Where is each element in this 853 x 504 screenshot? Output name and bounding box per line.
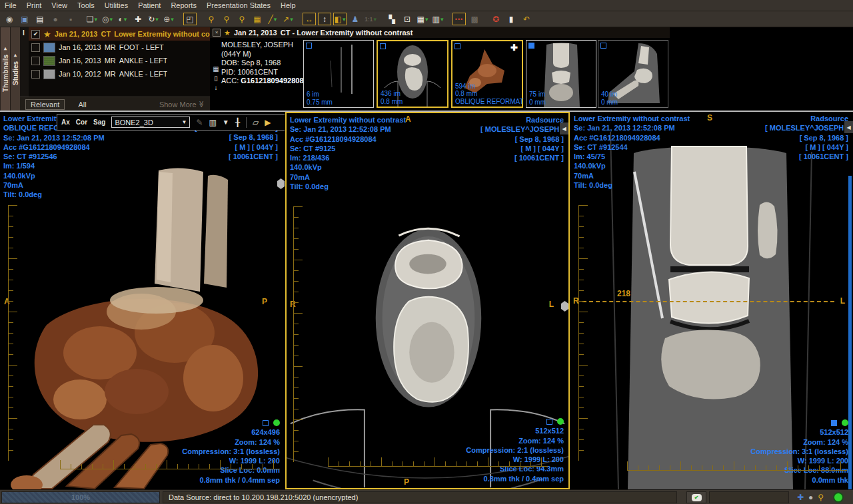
undo-icon[interactable]: ↶: [520, 13, 533, 25]
series-stack-icon[interactable]: ❏: [85, 13, 99, 25]
menu-patient[interactable]: Patient: [138, 1, 161, 9]
navigator-wheel-icon[interactable]: ✪: [489, 13, 502, 25]
relevant-button[interactable]: Relevant: [25, 99, 65, 110]
hanging-protocol-icon[interactable]: ♟: [349, 13, 362, 25]
clip-plane-icon[interactable]: ▱: [253, 118, 259, 127]
series-thumbnail-3d[interactable]: ✚ 594 im 0.8 mm OBLIQUE REFORMAT: [451, 40, 523, 108]
attachment-icon[interactable]: ▪: [64, 13, 77, 25]
key-image-icon[interactable]: ⚲: [205, 13, 218, 25]
chat-button[interactable]: ✔: [686, 491, 706, 503]
annotation-toggle-icon[interactable]: [546, 419, 552, 425]
menu-tools[interactable]: Tools: [77, 1, 95, 9]
viewport-axial[interactable]: Lower Extremity without contrast Se: Jan…: [285, 112, 570, 489]
document-icon[interactable]: ▯: [214, 75, 218, 82]
add-key-image-icon[interactable]: ⚲: [220, 13, 233, 25]
filmstrip-icon[interactable]: ▮: [504, 13, 518, 25]
study-desc: ANKLE - LEFT: [119, 70, 168, 78]
overlay-line: Se: CT #9125: [290, 144, 406, 153]
measure-line-icon[interactable]: ╱: [266, 13, 279, 25]
scroll-position-bar[interactable]: [848, 176, 852, 489]
zoom-icon[interactable]: ⊕: [162, 13, 175, 25]
study-thumb-swatch: [43, 43, 55, 53]
study-modality: MR: [105, 57, 116, 65]
study-row[interactable]: Jan 10, 2012 MR ANKLE - LEFT: [29, 67, 210, 81]
magnify-region-icon[interactable]: ◰: [183, 13, 197, 25]
plus-icon[interactable]: ✚: [510, 43, 518, 53]
study-checkbox[interactable]: [31, 43, 40, 52]
panel-expand-arrow[interactable]: ◀: [560, 123, 568, 134]
filmstrip-icon[interactable]: ▥: [209, 118, 216, 127]
search-study-icon[interactable]: ◉: [3, 13, 16, 25]
tile-images-icon[interactable]: ▦: [416, 13, 429, 25]
series-thumbnail-axial[interactable]: 436 im 0.8 mm: [377, 40, 448, 108]
menu-view[interactable]: View: [51, 1, 67, 9]
coronal-button[interactable]: Cor: [76, 119, 87, 126]
study-checkbox[interactable]: [31, 57, 40, 65]
stamp-icon[interactable]: ▦: [251, 13, 264, 25]
refresh-icon[interactable]: ↻: [147, 13, 160, 25]
overlay-line: Se: CT #912544: [574, 142, 690, 152]
axial-button[interactable]: Ax: [61, 119, 70, 126]
menu-print[interactable]: Print: [27, 1, 42, 9]
menu-file[interactable]: File: [5, 1, 17, 9]
orientation-marker-right: L: [840, 296, 845, 306]
dictation-icon[interactable]: ●: [49, 13, 62, 25]
one-to-one-icon[interactable]: 1:1: [364, 13, 377, 25]
save-icon[interactable]: ▣: [18, 13, 31, 25]
viewport-toolbar: Ax Cor Sag BONE2_3D ▼ ✎ ▥ ▼ ╂ ▱ ▶: [57, 114, 285, 130]
study-row[interactable]: Jan 16, 2013 MR FOOT - LEFT: [29, 41, 210, 54]
sagittal-button[interactable]: Sag: [93, 119, 105, 126]
study-checkbox[interactable]: [31, 70, 40, 79]
viewport-3d-oblique[interactable]: Ax Cor Sag BONE2_3D ▼ ✎ ▥ ▼ ╂ ▱ ▶ Lower …: [0, 112, 285, 489]
probe-slider-icon[interactable]: ╂: [235, 118, 240, 127]
overlay-line: [ Sep 8, 1968 ]: [195, 132, 278, 142]
chevron-right-icon[interactable]: ▶: [265, 118, 271, 127]
series-thumbnail-scout[interactable]: 6 im 0.75 mm: [303, 40, 374, 108]
menu-help[interactable]: Help: [281, 1, 296, 9]
download-arrow-icon[interactable]: ↓: [215, 85, 218, 91]
sphere-icon[interactable]: ●: [808, 493, 813, 502]
cine-icon[interactable]: •••: [452, 13, 466, 25]
new-report-icon[interactable]: ▤: [33, 13, 47, 25]
tab-thumbnails[interactable]: Thumbnails ▾: [0, 27, 10, 111]
pan-icon[interactable]: ✚: [131, 13, 145, 25]
study-row[interactable]: ✔ ★ Jan 21, 2013 CT Lower Extremity with…: [29, 27, 210, 41]
patient-info: MOLESLEY, JOSEPH (044Y M) DOB: Sep 8, 19…: [221, 41, 303, 86]
series-thumbnail-coronal[interactable]: 75 im 0 mm: [526, 40, 596, 108]
study-row[interactable]: Jan 16, 2013 MR ANKLE - LEFT: [29, 54, 210, 67]
menu-utilities[interactable]: Utilities: [105, 1, 128, 9]
render-preset-select[interactable]: BONE2_3D ▼: [111, 117, 190, 128]
invert-icon[interactable]: ▚: [385, 13, 399, 25]
menu-reports[interactable]: Reports: [171, 1, 197, 9]
export-icon[interactable]: ▩: [468, 13, 481, 25]
viewport-coronal[interactable]: 218 Lower Extremity without contrast Se:…: [570, 112, 853, 489]
mpr-3d-icon[interactable]: ◧: [333, 13, 347, 25]
all-button[interactable]: All: [78, 101, 86, 109]
study-desc: FOOT - LEFT: [119, 43, 164, 51]
annotation-toggle-icon[interactable]: [831, 420, 837, 426]
arrow-annotation-icon[interactable]: ↗: [281, 13, 295, 25]
close-icon[interactable]: ×: [213, 29, 221, 37]
window-level-icon[interactable]: ◐: [116, 13, 129, 25]
flip-horizontal-icon[interactable]: ↔: [303, 13, 316, 25]
pen-icon[interactable]: ✎: [196, 118, 203, 127]
triangle-down-icon[interactable]: ▼: [223, 119, 229, 126]
menu-presentation-states[interactable]: Presentation States: [207, 1, 271, 9]
move-cross-icon[interactable]: ✚: [797, 493, 804, 502]
show-more-button[interactable]: Show More ≫: [159, 101, 205, 109]
study-checkbox[interactable]: ✔: [31, 30, 40, 39]
tab-studies[interactable]: Studies ▾: [10, 27, 20, 111]
study-desc: Lower Extremity without co: [114, 30, 210, 38]
auto-fit-icon[interactable]: ⊡: [401, 13, 414, 25]
overlay-line: Radsource: [480, 115, 564, 125]
key-series-icon[interactable]: ⚲: [235, 13, 249, 25]
magnifier-icon[interactable]: ◎: [101, 13, 114, 25]
annotation-toggle-icon[interactable]: [263, 420, 269, 426]
monitor-icon[interactable]: ▦: [213, 66, 219, 73]
series-thumbnail-sagittal[interactable]: 40 im 0 mm: [598, 40, 668, 108]
reference-slice-line[interactable]: [582, 301, 834, 302]
panel-expand-arrow[interactable]: ◀: [844, 121, 853, 133]
layout-icon[interactable]: ▥: [431, 13, 444, 25]
flip-vertical-icon[interactable]: ↕: [318, 13, 331, 25]
key-icon[interactable]: ⚲: [818, 493, 824, 502]
